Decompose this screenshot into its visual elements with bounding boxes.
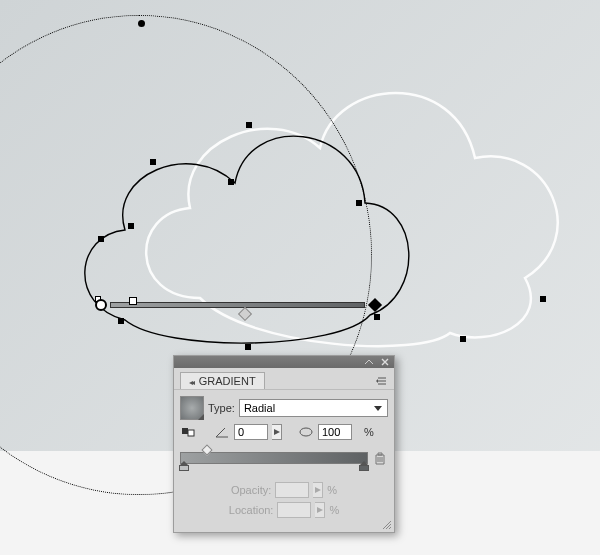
location-input (277, 502, 311, 518)
trash-icon[interactable] (374, 452, 388, 466)
anchor-point[interactable] (150, 159, 156, 165)
anchor-point[interactable] (356, 200, 362, 206)
opacity-input (275, 482, 309, 498)
reverse-gradient-icon[interactable] (180, 424, 196, 440)
gradient-end-handle[interactable] (368, 298, 382, 312)
type-select[interactable]: Radial (239, 399, 388, 417)
svg-point-2 (300, 428, 312, 436)
svg-rect-0 (182, 428, 188, 434)
aspect-input[interactable]: 100 (318, 424, 352, 440)
gradient-stop-handle[interactable] (359, 461, 369, 471)
panel-menu-icon[interactable] (374, 375, 390, 387)
stepper-icon[interactable] (272, 424, 282, 440)
panel-body: Type: Radial 0 100 (174, 389, 394, 532)
tab-gradient[interactable]: ◂◂ GRADIENT (180, 372, 265, 389)
gradient-midpoint-handle[interactable] (201, 444, 212, 455)
close-icon[interactable] (378, 357, 392, 367)
gradient-origin-handle[interactable] (95, 299, 107, 311)
location-suffix: % (329, 504, 339, 516)
aspect-ratio-icon (298, 424, 314, 440)
anchor-point[interactable] (374, 314, 380, 320)
anchor-point[interactable] (98, 236, 104, 242)
aspect-suffix: % (364, 426, 374, 438)
anchor-point[interactable] (246, 122, 252, 128)
type-label: Type: (208, 402, 235, 414)
opacity-suffix: % (327, 484, 337, 496)
tab-collapse-carets-icon: ◂◂ (189, 378, 193, 387)
gradient-stop-handle[interactable] (179, 461, 189, 471)
gradient-swatch[interactable] (180, 396, 204, 420)
resize-grip-icon[interactable] (382, 520, 392, 530)
gradient-stop-handle[interactable] (129, 297, 137, 305)
stepper-icon (313, 482, 323, 498)
gradient-panel: ◂◂ GRADIENT Type: Radial 0 (173, 355, 395, 533)
panel-tabbar: ◂◂ GRADIENT (174, 368, 394, 389)
anchor-point[interactable] (245, 344, 251, 350)
gradient-annotator[interactable] (95, 300, 380, 310)
angle-icon (214, 424, 230, 440)
location-label: Location: (229, 504, 274, 516)
anchor-point[interactable] (460, 336, 466, 342)
anchor-point[interactable] (128, 223, 134, 229)
stepper-icon (315, 502, 325, 518)
dropdown-caret-icon (371, 403, 385, 415)
opacity-label: Opacity: (231, 484, 271, 496)
anchor-point[interactable] (540, 296, 546, 302)
direction-point[interactable] (138, 20, 145, 27)
anchor-point[interactable] (118, 318, 124, 324)
collapse-icon[interactable] (362, 357, 376, 367)
anchor-point[interactable] (228, 179, 234, 185)
angle-input[interactable]: 0 (234, 424, 268, 440)
panel-header[interactable] (174, 356, 394, 368)
svg-rect-1 (188, 430, 194, 436)
gradient-slider[interactable] (180, 452, 368, 464)
panel-title: GRADIENT (199, 375, 256, 387)
type-value: Radial (244, 402, 275, 414)
gradient-annotator-bar[interactable] (110, 302, 365, 308)
